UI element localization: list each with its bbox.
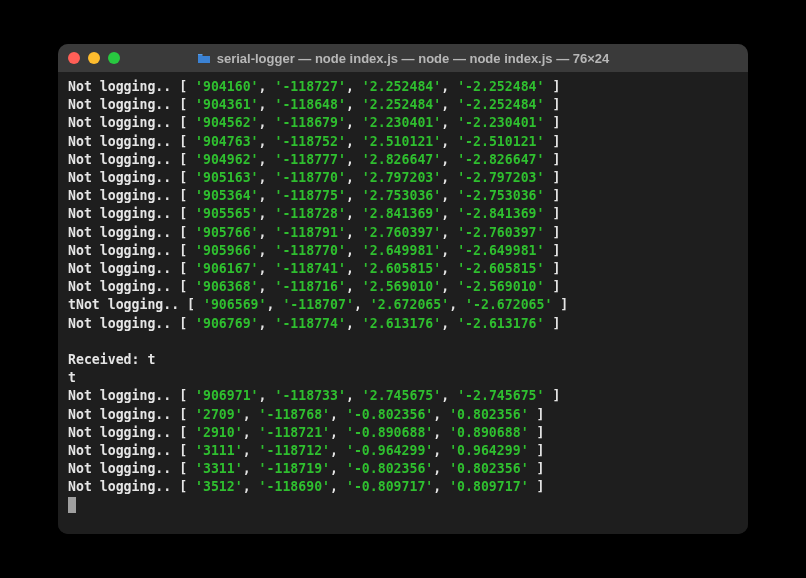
log-line: Not logging.. [ '3111', '-118712', '-0.9… bbox=[68, 442, 738, 460]
log-line: Not logging.. [ '904763', '-118752', '2.… bbox=[68, 133, 738, 151]
log-line: Not logging.. [ '905766', '-118791', '2.… bbox=[68, 224, 738, 242]
cursor-line bbox=[68, 497, 738, 515]
log-line: Not logging.. [ '3311', '-118719', '-0.8… bbox=[68, 460, 738, 478]
maximize-button[interactable] bbox=[108, 52, 120, 64]
minimize-button[interactable] bbox=[88, 52, 100, 64]
log-line: Not logging.. [ '904361', '-118648', '2.… bbox=[68, 96, 738, 114]
log-line: Not logging.. [ '3512', '-118690', '-0.8… bbox=[68, 478, 738, 496]
log-line: Not logging.. [ '905364', '-118775', '2.… bbox=[68, 187, 738, 205]
t-line: t bbox=[68, 369, 738, 387]
log-line: tNot logging.. [ '906569', '-118707', '2… bbox=[68, 296, 738, 314]
log-line: Not logging.. [ '906769', '-118774', '2.… bbox=[68, 315, 738, 333]
log-line: Not logging.. [ '905565', '-118728', '2.… bbox=[68, 205, 738, 223]
close-button[interactable] bbox=[68, 52, 80, 64]
title-wrap: serial-logger — node index.js — node — n… bbox=[58, 51, 748, 66]
log-line: Not logging.. [ '2910', '-118721', '-0.8… bbox=[68, 424, 738, 442]
log-line: Not logging.. [ '904962', '-118777', '2.… bbox=[68, 151, 738, 169]
log-line: Not logging.. [ '905163', '-118770', '2.… bbox=[68, 169, 738, 187]
cursor bbox=[68, 497, 76, 513]
traffic-lights bbox=[68, 52, 120, 64]
log-line: Not logging.. [ '905966', '-118770', '2.… bbox=[68, 242, 738, 260]
log-line: Not logging.. [ '906368', '-118716', '2.… bbox=[68, 278, 738, 296]
window-title: serial-logger — node index.js — node — n… bbox=[217, 51, 610, 66]
log-line: Not logging.. [ '906167', '-118741', '2.… bbox=[68, 260, 738, 278]
log-line: Not logging.. [ '906971', '-118733', '2.… bbox=[68, 387, 738, 405]
titlebar[interactable]: serial-logger — node index.js — node — n… bbox=[58, 44, 748, 72]
log-line: Not logging.. [ '2709', '-118768', '-0.8… bbox=[68, 406, 738, 424]
terminal-window: serial-logger — node index.js — node — n… bbox=[58, 44, 748, 534]
folder-icon bbox=[197, 53, 211, 64]
log-line: Not logging.. [ '904562', '-118679', '2.… bbox=[68, 114, 738, 132]
received-line: Received: t bbox=[68, 351, 738, 369]
blank-line bbox=[68, 333, 738, 351]
log-line: Not logging.. [ '904160', '-118727', '2.… bbox=[68, 78, 738, 96]
terminal-output[interactable]: Not logging.. [ '904160', '-118727', '2.… bbox=[58, 72, 748, 534]
